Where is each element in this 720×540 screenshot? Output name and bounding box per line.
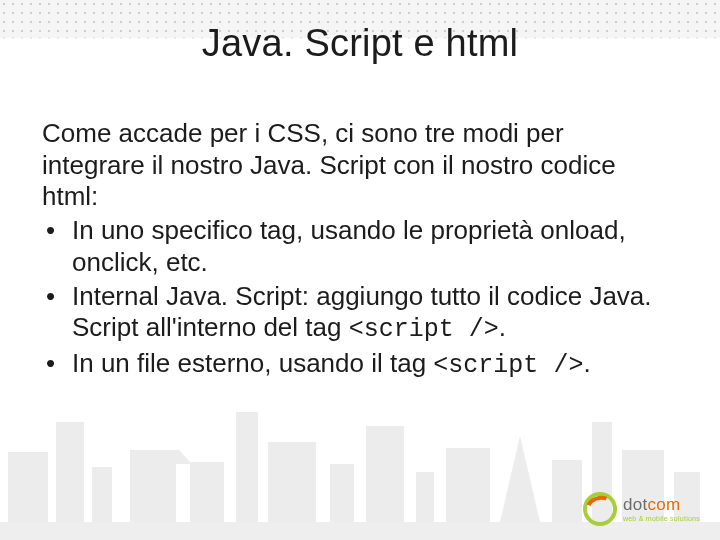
list-item: In uno specifico tag, usando le propriet… [42, 215, 660, 278]
bullet-text: In un file esterno, usando il tag [72, 348, 433, 378]
bullet-text: In uno specifico tag, usando le propriet… [72, 215, 626, 277]
logo-word-prefix: dot [623, 495, 648, 514]
code-snippet: <script /> [433, 351, 583, 380]
bullet-text: . [583, 348, 590, 378]
logo-icon [583, 492, 617, 526]
list-item: Internal Java. Script: aggiungo tutto il… [42, 281, 660, 346]
slide-title: Java. Script e html [0, 22, 720, 65]
logo-wordmark: dotcom [623, 496, 700, 513]
logo-text: dotcom web & mobile solutions [623, 496, 700, 522]
brand-logo: dotcom web & mobile solutions [583, 492, 700, 526]
list-item: In un file esterno, usando il tag <scrip… [42, 348, 660, 382]
slide-body: Come accade per i CSS, ci sono tre modi … [42, 118, 660, 381]
bullet-text: . [499, 312, 506, 342]
code-snippet: <script /> [349, 315, 499, 344]
bullet-list: In uno specifico tag, usando le propriet… [42, 215, 660, 381]
intro-paragraph: Come accade per i CSS, ci sono tre modi … [42, 118, 660, 213]
logo-tagline: web & mobile solutions [623, 515, 700, 522]
logo-word-accent: com [647, 495, 680, 514]
